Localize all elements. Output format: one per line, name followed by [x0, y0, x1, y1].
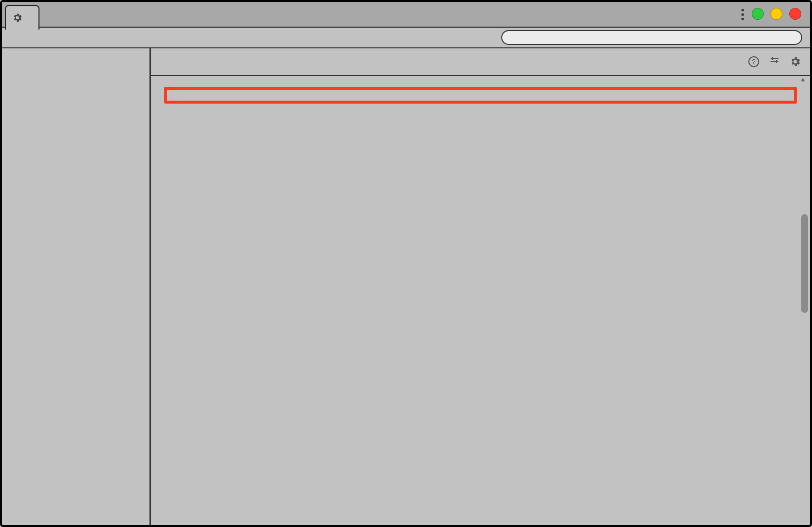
preset-icon[interactable] — [769, 56, 780, 68]
titlebar — [2, 2, 810, 28]
scrollbar-thumb[interactable] — [801, 214, 808, 313]
section-title-configuration — [172, 110, 780, 113]
svg-text:?: ? — [752, 58, 756, 66]
help-icon[interactable]: ? — [748, 56, 760, 68]
window-controls — [752, 8, 801, 20]
search-row — [2, 28, 810, 48]
gear-icon — [12, 12, 23, 23]
settings-icon[interactable] — [789, 56, 801, 68]
identification-highlight — [164, 87, 797, 104]
main-scroll[interactable] — [151, 76, 810, 525]
sidebar — [2, 48, 151, 525]
section-title-identification — [175, 92, 786, 96]
close-button[interactable] — [789, 8, 801, 20]
kebab-menu-icon[interactable] — [741, 9, 744, 20]
search-input[interactable] — [501, 30, 802, 45]
scrollbar-vertical[interactable] — [800, 76, 809, 525]
tab-project-settings[interactable] — [5, 5, 39, 30]
maximize-button[interactable] — [752, 8, 764, 20]
main-panel: ? — [151, 48, 810, 525]
main-header: ? — [151, 48, 810, 76]
minimize-button[interactable] — [771, 8, 782, 20]
